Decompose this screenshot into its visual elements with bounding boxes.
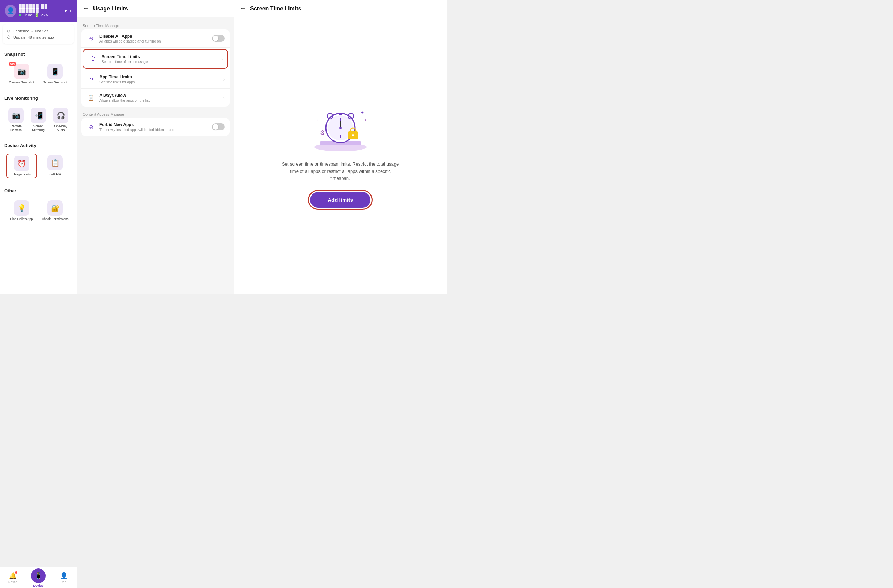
app-time-limits-arrow: › xyxy=(223,76,225,82)
always-allow-icon: 📋 xyxy=(86,93,96,102)
app-time-limits-icon: ⏲ xyxy=(86,74,96,84)
new-badge: New xyxy=(9,62,16,66)
always-allow-desc: Always allow the apps on the list xyxy=(99,99,220,102)
middle-title: Usage Limits xyxy=(93,6,128,12)
svg-text:⚙: ⚙ xyxy=(320,129,325,136)
screen-snapshot-label: Screen Snapshot xyxy=(43,81,67,84)
username: ██████ ██ ██████ xyxy=(19,4,65,12)
app-list-label: App List xyxy=(50,172,61,176)
forbid-new-apps-title: Forbid New Apps xyxy=(99,122,209,127)
find-child-app-label: Find Child's App xyxy=(11,217,33,221)
screen-time-manage-label: Screen Time Manage xyxy=(81,22,230,29)
app-time-limits-desc: Set time limits for apps xyxy=(99,80,220,84)
screen-mirroring-icon: 📲 xyxy=(31,108,46,123)
always-allow-title: Always Allow xyxy=(99,93,220,98)
other-title: Other xyxy=(3,185,74,195)
forbid-new-apps-item[interactable]: ⊖ Forbid New Apps The newly installed ap… xyxy=(81,118,230,136)
svg-text:✦: ✦ xyxy=(364,118,367,122)
screen-time-limits-text: Screen Time Limits Set total time of scr… xyxy=(102,54,218,64)
header-actions: ▾ + xyxy=(65,8,72,14)
device-activity-grid: ⏰ Usage Limits 📋 App List xyxy=(3,150,74,182)
middle-back-button[interactable]: ← xyxy=(83,5,89,12)
one-way-audio-icon: 🎧 xyxy=(53,108,68,123)
app-time-limits-text: App Time Limits Set time limits for apps xyxy=(99,75,220,84)
right-header: ← Screen Time Limits xyxy=(234,0,446,17)
update-label: Update xyxy=(13,35,26,39)
usage-limits-label: Usage Limits xyxy=(12,172,31,176)
middle-header: ← Usage Limits xyxy=(77,0,234,17)
status-row: Online 🔋 25% xyxy=(19,12,65,17)
screen-mirroring-item[interactable]: 📲 Screen Mirroring xyxy=(29,106,48,134)
app-list-icon: 📋 xyxy=(47,155,63,171)
add-limits-button[interactable]: Add limits xyxy=(310,192,370,208)
dropdown-icon[interactable]: ▾ xyxy=(65,8,67,14)
screen-time-limits-icon: ⏱ xyxy=(88,54,98,64)
remote-camera-item[interactable]: 📷 Remote Camera xyxy=(6,106,26,134)
left-scroll: Snapshot New 📷 Camera Snapshot 📱 Screen … xyxy=(0,47,77,294)
find-child-app-icon: 💡 xyxy=(14,200,29,216)
find-child-app-item[interactable]: 💡 Find Child's App xyxy=(6,199,37,222)
forbid-new-apps-icon: ⊖ xyxy=(86,122,96,132)
right-title: Screen Time Limits xyxy=(250,6,301,12)
svg-text:✦: ✦ xyxy=(361,110,364,115)
right-back-button[interactable]: ← xyxy=(240,5,246,12)
screen-time-limits-arrow: › xyxy=(221,57,222,62)
live-monitoring-title: Live Monitoring xyxy=(3,92,74,103)
app-time-limits-title: App Time Limits xyxy=(99,75,220,80)
content-access-label: Content Access Manage xyxy=(81,110,230,118)
left-panel: 👤 ██████ ██ ██████ Online 🔋 25% ▾ + ⊙ Ge… xyxy=(0,0,77,294)
snapshot-section-title: Snapshot xyxy=(3,48,74,59)
header-left: 👤 ██████ ██ ██████ Online 🔋 25% xyxy=(5,4,65,17)
geofence-icon: ⊙ xyxy=(7,28,11,33)
forbid-toggle-knob xyxy=(213,124,218,130)
forbid-new-apps-toggle[interactable] xyxy=(212,123,225,130)
online-dot xyxy=(19,14,21,16)
battery-text: 25% xyxy=(41,13,48,17)
check-permissions-label: Check Permissions xyxy=(42,217,68,221)
screen-mirroring-label: Screen Mirroring xyxy=(30,124,47,132)
check-permissions-icon: 🔐 xyxy=(47,200,63,216)
user-info: ██████ ██ ██████ Online 🔋 25% xyxy=(19,4,65,17)
status-text: Online xyxy=(23,13,33,17)
add-icon[interactable]: + xyxy=(69,8,72,14)
svg-rect-11 xyxy=(339,112,342,115)
svg-point-10 xyxy=(340,127,341,129)
remote-camera-label: Remote Camera xyxy=(8,124,24,132)
middle-content: Screen Time Manage ⊖ Disable All Apps Al… xyxy=(77,17,234,294)
app-list-item[interactable]: 📋 App List xyxy=(40,154,71,178)
right-content: ✦ ✦ ✦ ⚙ Set screen time or timespan limi… xyxy=(234,17,446,294)
disable-all-apps-toggle[interactable] xyxy=(212,35,225,42)
one-way-audio-item[interactable]: 🎧 One-Way Audio xyxy=(51,106,71,134)
info-card: ⊙ Geofence ● Not Set ⏱ Update 48 minutes… xyxy=(3,24,74,44)
left-header: 👤 ██████ ██ ██████ Online 🔋 25% ▾ + xyxy=(0,0,77,22)
always-allow-item[interactable]: 📋 Always Allow Always allow the apps on … xyxy=(81,88,230,106)
disable-all-apps-title: Disable All Apps xyxy=(99,34,209,39)
disable-all-apps-icon: ⊖ xyxy=(86,33,96,43)
usage-limits-item[interactable]: ⏰ Usage Limits xyxy=(6,154,37,178)
svg-point-15 xyxy=(352,134,354,136)
check-permissions-item[interactable]: 🔐 Check Permissions xyxy=(40,199,71,222)
always-allow-arrow: › xyxy=(223,95,225,100)
screen-time-limits-title: Screen Time Limits xyxy=(102,54,218,59)
app-time-limits-item[interactable]: ⏲ App Time Limits Set time limits for ap… xyxy=(81,70,230,88)
update-row: ⏱ Update 48 minutes ago xyxy=(7,34,70,40)
device-activity-title: Device Activity xyxy=(3,140,74,150)
disable-all-apps-text: Disable All Apps All apps will be disabl… xyxy=(99,34,209,43)
update-icon: ⏱ xyxy=(7,35,11,40)
geofence-value: Not Set xyxy=(35,29,48,33)
screen-time-limits-item[interactable]: ⏱ Screen Time Limits Set total time of s… xyxy=(83,49,228,69)
usage-limits-icon: ⏰ xyxy=(14,156,29,171)
toggle-knob xyxy=(213,36,218,41)
screen-snapshot-item[interactable]: 📱 Screen Snapshot xyxy=(40,62,71,86)
screen-time-manage-card: ⊖ Disable All Apps All apps will be disa… xyxy=(81,29,230,106)
camera-snapshot-icon: 📷 xyxy=(14,64,29,79)
content-access-card: ⊖ Forbid New Apps The newly installed ap… xyxy=(81,118,230,136)
disable-all-apps-item[interactable]: ⊖ Disable All Apps All apps will be disa… xyxy=(81,29,230,48)
middle-panel: ← Usage Limits Screen Time Manage ⊖ Disa… xyxy=(77,0,234,294)
avatar: 👤 xyxy=(5,4,16,17)
camera-snapshot-item[interactable]: New 📷 Camera Snapshot xyxy=(6,62,37,86)
svg-text:✦: ✦ xyxy=(316,118,319,122)
remote-camera-icon: 📷 xyxy=(8,108,24,123)
camera-snapshot-label: Camera Snapshot xyxy=(9,81,35,84)
screen-time-limits-desc: Set total time of screen usage xyxy=(102,60,218,64)
